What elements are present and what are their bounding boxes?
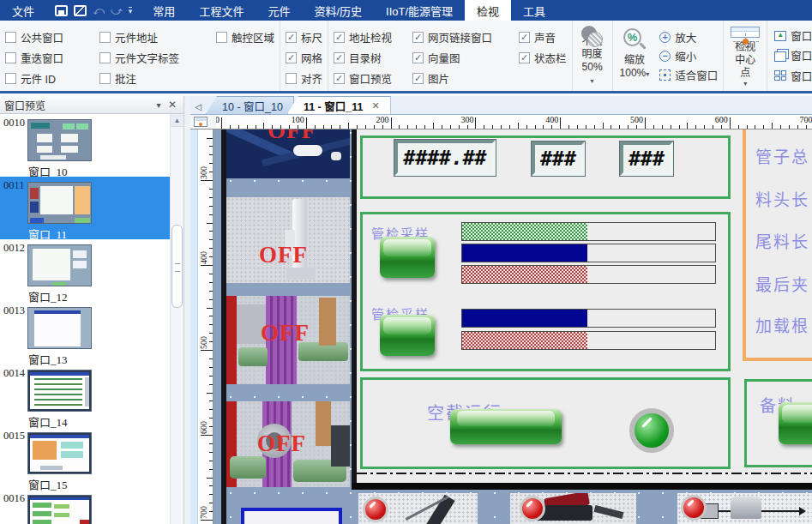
window-list-item[interactable]: 0013 窗口_13 bbox=[0, 302, 171, 364]
machine-photo-7[interactable] bbox=[677, 493, 812, 524]
checkbox-annotation[interactable]: ✓批注 bbox=[99, 70, 204, 87]
hmi-screen-interior[interactable]: ####.## ### ### 管子总 料头长 尾料长 最后夹 加载根 管检采样… bbox=[357, 129, 812, 483]
window-list-item-selected[interactable]: 0011 窗口_11 bbox=[0, 177, 171, 239]
tab-window-11[interactable]: 11 - 窗口_11✕ bbox=[287, 96, 391, 114]
checkbox-component-id[interactable]: ✓元件 ID bbox=[5, 70, 87, 87]
checkbox-overlap-window[interactable]: ✓重迭窗口 bbox=[5, 50, 87, 66]
checkbox-public-window[interactable]: ✓公共窗口 bbox=[5, 29, 87, 45]
checkbox-vector-graphic[interactable]: ✓向量图 bbox=[412, 50, 507, 66]
panel-menu-icon[interactable]: ▾ bbox=[152, 100, 165, 110]
machine-photo-4[interactable]: OFF bbox=[226, 401, 350, 487]
window-thumbnail[interactable] bbox=[27, 244, 92, 286]
red-indicator-light[interactable] bbox=[363, 497, 388, 522]
scrollbar-thumb[interactable] bbox=[171, 225, 183, 308]
quick-access-toolbar: ⤺ ⤻ ▾ bbox=[46, 0, 141, 21]
checkbox-picture[interactable]: ✓图片 bbox=[412, 70, 507, 87]
green-indicator-light[interactable] bbox=[629, 408, 674, 453]
view-center-button[interactable]: 检视中心点 ▾ bbox=[724, 21, 767, 91]
label-last-clamp[interactable]: 最后夹 bbox=[755, 272, 809, 295]
window-thumbnail[interactable] bbox=[27, 495, 92, 524]
progress-bar-navy-2[interactable] bbox=[461, 309, 716, 328]
red-indicator-light[interactable] bbox=[681, 495, 707, 521]
menu-tools[interactable]: 工具 bbox=[511, 0, 557, 21]
window-list-item[interactable]: 0016 bbox=[0, 490, 171, 524]
checkbox-touch-area[interactable]: ✓触控区域 bbox=[216, 29, 274, 45]
window-thumbnail[interactable] bbox=[27, 432, 92, 474]
numeric-display-3[interactable]: ### bbox=[620, 142, 673, 176]
save-icon[interactable] bbox=[55, 5, 68, 16]
tab-close-icon[interactable]: ✕ bbox=[371, 100, 379, 111]
screen-frame-bottom[interactable] bbox=[352, 483, 812, 490]
window-list-item[interactable]: 0014 窗口_14 bbox=[0, 364, 171, 427]
redo-icon[interactable]: ⤻ bbox=[111, 5, 123, 16]
checkbox-window-preview[interactable]: ✓窗口预览 bbox=[334, 70, 400, 87]
sampling-button-1[interactable] bbox=[380, 237, 435, 278]
window-thumbnail[interactable] bbox=[27, 370, 92, 412]
checkbox-align[interactable]: ✓对齐 bbox=[286, 70, 322, 87]
checkbox-status-bar[interactable]: ✓状态栏 bbox=[519, 50, 567, 66]
window-list-item[interactable]: 0015 窗口_15 bbox=[0, 427, 171, 490]
machine-photo-3[interactable]: OFF bbox=[226, 296, 350, 384]
label-pipe-total[interactable]: 管子总 bbox=[755, 144, 809, 167]
zoom-out-button[interactable]: −缩小 bbox=[659, 46, 718, 65]
machine-photo-1[interactable]: OFF bbox=[226, 129, 350, 178]
sampling-button-2[interactable] bbox=[380, 315, 435, 356]
checkbox-address-view[interactable]: ✓地址检视 bbox=[334, 29, 400, 45]
fit-window-button[interactable]: 适合窗口 bbox=[659, 65, 718, 84]
checkbox-component-address[interactable]: ✓元件地址 bbox=[99, 29, 204, 45]
checkbox-sound[interactable]: ✓声音 bbox=[519, 29, 567, 45]
window-list-item[interactable]: 0012 窗口_12 bbox=[0, 239, 171, 302]
window-tile-button[interactable]: 窗口并列 bbox=[774, 66, 812, 86]
menu-project-file[interactable]: 工程文件 bbox=[187, 0, 256, 21]
machine-photo-2[interactable]: OFF bbox=[226, 197, 350, 283]
progress-bar-red-2[interactable] bbox=[461, 331, 716, 350]
tab-window-10[interactable]: 10 - 窗口_10 bbox=[206, 96, 294, 114]
menu-iiot-energy[interactable]: IIoT/能源管理 bbox=[374, 0, 465, 21]
undo-icon[interactable]: ⤺ bbox=[93, 5, 105, 16]
label-tail-length[interactable]: 尾料长 bbox=[755, 229, 809, 252]
numeric-display-2[interactable]: ### bbox=[532, 142, 585, 176]
red-indicator-light[interactable] bbox=[520, 496, 545, 521]
canvas-scroll-strip[interactable] bbox=[190, 129, 198, 524]
ruler-origin-icon[interactable] bbox=[194, 117, 208, 127]
window-list-item[interactable]: 0010 窗口_10 bbox=[0, 114, 171, 177]
zoom-in-button[interactable]: +放大 bbox=[659, 27, 718, 46]
idle-run-button[interactable] bbox=[450, 409, 562, 444]
menu-data-history[interactable]: 资料/历史 bbox=[302, 0, 374, 21]
menu-view[interactable]: 检视 bbox=[465, 0, 511, 21]
machine-photo-6[interactable] bbox=[510, 493, 636, 524]
export-image-icon[interactable] bbox=[74, 5, 87, 16]
checkbox-ruler[interactable]: ✓标尺 bbox=[286, 29, 322, 45]
checkbox-web-link-window[interactable]: ✓网页链接窗口 bbox=[412, 29, 507, 45]
screen-boundary-dash bbox=[357, 473, 812, 474]
progress-bar-green[interactable] bbox=[461, 222, 716, 241]
machine-photo-5[interactable] bbox=[358, 493, 478, 524]
label-load-root[interactable]: 加载根 bbox=[755, 313, 809, 336]
numeric-display-1[interactable]: ####.## bbox=[394, 140, 496, 176]
panel-splitter[interactable] bbox=[184, 96, 190, 524]
panel-close-icon[interactable]: ✕ bbox=[165, 99, 179, 111]
progress-bar-navy-1[interactable] bbox=[461, 244, 716, 262]
label-head-length[interactable]: 料头长 bbox=[755, 187, 809, 210]
window-list-button[interactable]: 窗口列表 bbox=[774, 26, 812, 45]
menu-common[interactable]: 常用 bbox=[141, 0, 187, 21]
checkbox-grid[interactable]: ✓网格 bbox=[286, 50, 322, 66]
window-thumbnail[interactable] bbox=[27, 182, 92, 224]
blue-frame-box[interactable] bbox=[241, 508, 342, 524]
menu-component[interactable]: 元件 bbox=[256, 0, 302, 21]
ready-button[interactable] bbox=[779, 402, 812, 444]
menu-file[interactable]: 文件 bbox=[0, 0, 46, 21]
zoom-button[interactable]: % 缩放 100%▾ bbox=[618, 25, 652, 87]
scroll-up-icon[interactable]: ▲ bbox=[171, 114, 183, 127]
window-cascade-button[interactable]: 窗口重叠 bbox=[774, 45, 812, 65]
window-thumbnail[interactable] bbox=[27, 307, 92, 349]
tab-scroll-left-icon[interactable]: ◁ bbox=[190, 102, 206, 114]
checkbox-directory-tree[interactable]: ✓目录树 bbox=[334, 50, 400, 66]
design-canvas[interactable]: OFF OFF OFF OFF bbox=[214, 129, 812, 524]
opacity-button[interactable]: 不透明度 50% ▾ bbox=[573, 21, 613, 91]
checkbox-component-text-label[interactable]: ✓元件文字标签 bbox=[99, 50, 204, 66]
progress-bar-red-1[interactable] bbox=[461, 265, 716, 284]
window-thumbnail[interactable] bbox=[27, 119, 92, 161]
panel-scrollbar[interactable]: ▲ bbox=[170, 114, 183, 524]
customize-toolbar-icon[interactable]: ▾ bbox=[129, 7, 133, 15]
